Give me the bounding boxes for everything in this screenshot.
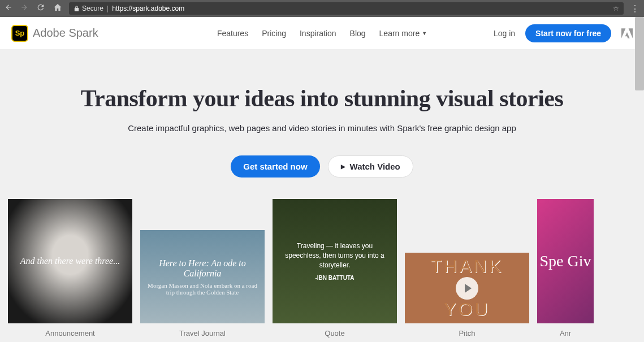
nav-learn-more[interactable]: Learn more▼	[379, 29, 427, 38]
play-overlay-icon	[456, 277, 478, 300]
site-header: Sp Adobe Spark Features Pricing Inspirat…	[0, 17, 644, 50]
carousel-card[interactable]: Here to Here: An ode to California Morga…	[140, 199, 265, 337]
card-overlay-top: THANK	[431, 256, 503, 277]
template-carousel[interactable]: tory And then there were three... Announ…	[0, 199, 593, 337]
login-link[interactable]: Log in	[494, 29, 515, 38]
card-thumbnail: Traveling — it leaves you speechless, th…	[273, 199, 397, 323]
hero-section: Transform your ideas into stunning visua…	[0, 50, 644, 178]
scrollbar-thumb[interactable]	[635, 17, 644, 90]
secure-label-text: Secure	[82, 5, 103, 12]
page-body: Transform your ideas into stunning visua…	[0, 50, 644, 342]
back-button[interactable]	[5, 3, 12, 14]
card-overlay-text: Traveling — it leaves you speechless, th…	[273, 241, 397, 270]
nav-features[interactable]: Features	[217, 29, 248, 38]
carousel-card[interactable]: Traveling — it leaves you speechless, th…	[273, 199, 397, 337]
hero-subtitle: Create impactful graphics, web pages and…	[0, 123, 644, 133]
card-overlay-sub: Morgan Masson and Nola embark on a road …	[140, 282, 265, 296]
hero-cta-group: Get started now ▶ Watch Video	[0, 155, 644, 178]
header-actions: Log in Start now for free	[494, 24, 633, 42]
home-button[interactable]	[53, 3, 62, 14]
watch-video-label: Watch Video	[350, 162, 400, 171]
card-overlay-bot: YOU	[444, 299, 490, 320]
hero-title: Transform your ideas into stunning visua…	[0, 85, 644, 112]
scrollbar[interactable]	[635, 17, 644, 342]
card-label: Quote	[325, 329, 344, 337]
address-bar[interactable]: Secure | https://spark.adobe.com ☆	[69, 2, 624, 15]
logo-badge: Sp	[11, 25, 28, 42]
url-text: https://spark.adobe.com	[112, 5, 184, 12]
get-started-button[interactable]: Get started now	[231, 155, 319, 178]
forward-button[interactable]	[20, 3, 28, 14]
card-label: Pitch	[459, 329, 476, 337]
brand-name: Adobe Spark	[33, 27, 98, 40]
reload-button[interactable]	[36, 3, 45, 14]
card-label: Anr	[560, 329, 571, 337]
card-overlay-text: And then there were three...	[15, 256, 126, 266]
carousel-card[interactable]: Spe Giv Anr	[537, 199, 594, 337]
nav-inspiration[interactable]: Inspiration	[300, 29, 336, 38]
card-thumbnail: Here to Here: An ode to California Morga…	[140, 230, 265, 323]
card-overlay-text: Here to Here: An ode to California	[140, 258, 265, 279]
card-thumbnail: Spe Giv	[537, 199, 594, 323]
watch-video-button[interactable]: ▶ Watch Video	[328, 155, 413, 178]
browser-toolbar: Secure | https://spark.adobe.com ☆ ⋮	[0, 0, 644, 17]
nav-blog[interactable]: Blog	[350, 29, 366, 38]
card-thumbnail: And then there were three...	[8, 199, 132, 323]
main-nav: Features Pricing Inspiration Blog Learn …	[217, 29, 427, 38]
start-free-button[interactable]: Start now for free	[525, 24, 611, 42]
chevron-down-icon: ▼	[422, 31, 427, 36]
card-label: Travel Journal	[179, 329, 226, 337]
adobe-logo-icon[interactable]	[621, 28, 633, 38]
browser-menu-icon[interactable]: ⋮	[630, 3, 639, 14]
url-separator: |	[107, 5, 109, 12]
carousel-card[interactable]: And then there were three... Announcemen…	[8, 199, 132, 337]
card-label: Announcement	[45, 329, 94, 337]
carousel-card[interactable]: THANK YOU Pitch	[405, 199, 529, 337]
bookmark-star-icon[interactable]: ☆	[613, 5, 619, 12]
card-overlay-attr: -IBN BATTUTA	[315, 275, 354, 281]
play-icon: ▶	[341, 163, 345, 170]
nav-pricing[interactable]: Pricing	[262, 29, 286, 38]
brand-logo[interactable]: Sp Adobe Spark	[11, 25, 98, 42]
nav-arrow-group	[5, 3, 62, 14]
card-thumbnail: THANK YOU	[405, 253, 529, 323]
secure-indicator: Secure	[74, 5, 103, 12]
lock-icon	[74, 6, 80, 12]
card-overlay-text: Spe Giv	[540, 253, 591, 270]
